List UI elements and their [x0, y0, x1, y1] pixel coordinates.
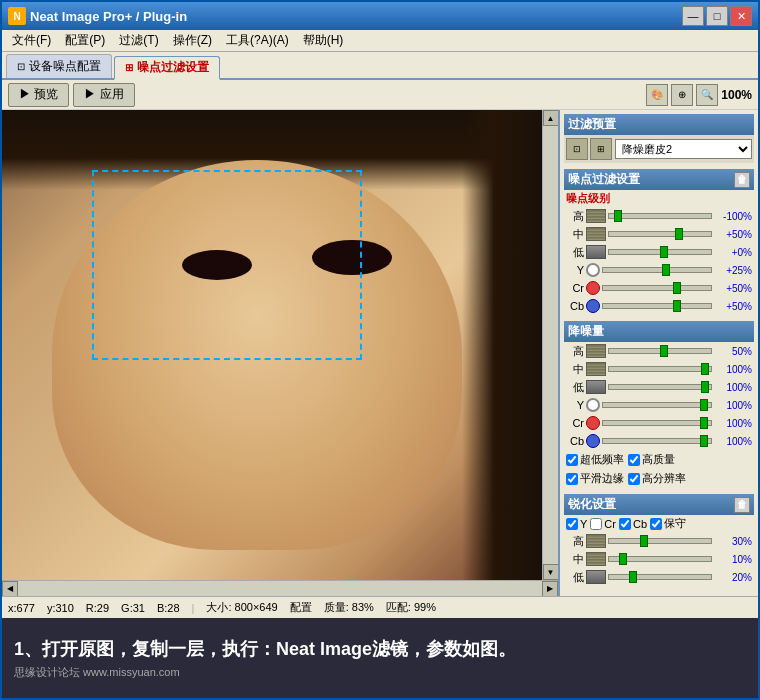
- sharpen-cb-conservative-input[interactable]: [650, 518, 662, 530]
- tab-bar: ⊡ 设备噪点配置 ⊞ 噪点过滤设置: [2, 52, 758, 80]
- nr-slider-cb-track[interactable]: [602, 438, 712, 444]
- slider-high-track[interactable]: [608, 213, 712, 219]
- nr-noise-icon-mid: [586, 362, 606, 376]
- slider-cr-track[interactable]: [602, 285, 712, 291]
- minimize-button[interactable]: —: [682, 6, 704, 26]
- sharpen-cb-cr-label: Cr: [604, 518, 616, 530]
- maximize-button[interactable]: □: [706, 6, 728, 26]
- horizontal-scrollbar[interactable]: ◀ ▶: [2, 580, 558, 596]
- preview-button[interactable]: ▶ 预览: [8, 83, 69, 107]
- window-controls: — □ ✕: [682, 6, 752, 26]
- nr-slider-cb-thumb[interactable]: [700, 435, 708, 447]
- noise-filter-section: 噪点过滤设置 🗑 噪点级别 高 -100% 中: [564, 169, 754, 315]
- menu-config[interactable]: 配置(P): [59, 30, 111, 51]
- menu-filter[interactable]: 过滤(T): [113, 30, 164, 51]
- main-content: ▲ ▼ ◀ ▶ 过滤预置 ⊡: [2, 110, 758, 596]
- preset-icon-2[interactable]: ⊞: [590, 138, 612, 160]
- menu-bar: 文件(F) 配置(P) 过滤(T) 操作(Z) 工具(?A)(A) 帮助(H): [2, 30, 758, 52]
- status-r: R:29: [86, 602, 109, 614]
- delete-sharpen-button[interactable]: 🗑: [734, 497, 750, 513]
- menu-file[interactable]: 文件(F): [6, 30, 57, 51]
- slider-high-label: 高: [566, 209, 584, 224]
- tab-device-noise[interactable]: ⊡ 设备噪点配置: [6, 54, 112, 78]
- nr-slider-mid-track[interactable]: [608, 366, 712, 372]
- zoom-out-icon[interactable]: 🔍: [696, 84, 718, 106]
- sh-slider-low-thumb[interactable]: [629, 571, 637, 583]
- slider-high-thumb[interactable]: [614, 210, 622, 222]
- tab-noise-filter[interactable]: ⊞ 噪点过滤设置: [114, 56, 220, 80]
- slider-cb-thumb[interactable]: [673, 300, 681, 312]
- slider-high-value: -100%: [714, 211, 752, 222]
- title-bar: N Neat Image Pro+ / Plug-in — □ ✕: [2, 2, 758, 30]
- scroll-down-button[interactable]: ▼: [543, 564, 559, 580]
- image-row: ▲ ▼: [2, 110, 558, 580]
- nr-slider-cr-thumb[interactable]: [700, 417, 708, 429]
- instruction-area: 1、打开原图，复制一层，执行：Neat Image滤镜，参数如图。 思缘设计论坛…: [2, 618, 758, 698]
- preset-dropdown[interactable]: 降燥磨皮2: [615, 139, 752, 159]
- cb-ultra-freq-input[interactable]: [566, 454, 578, 466]
- face-skin: [52, 160, 462, 550]
- nr-slider-y-track[interactable]: [602, 402, 712, 408]
- nr-slider-row-cb: Cb 100%: [564, 432, 754, 450]
- sh-slider-mid-thumb[interactable]: [619, 553, 627, 565]
- apply-button[interactable]: ▶ 应用: [73, 83, 134, 107]
- sharpen-cb-row: Y Cr Cb 保守: [564, 515, 754, 532]
- zoom-color-icon[interactable]: 🎨: [646, 84, 668, 106]
- status-quality: 质量: 83%: [324, 600, 374, 615]
- preset-icon-1[interactable]: ⊡: [566, 138, 588, 160]
- nr-gray-icon-low: [586, 380, 606, 394]
- zoom-display-icon[interactable]: ⊕: [671, 84, 693, 106]
- cb-smooth-edge-input[interactable]: [566, 473, 578, 485]
- scroll-right-button[interactable]: ▶: [542, 581, 558, 597]
- sh-gray-icon-low: [586, 570, 606, 584]
- sharpen-cb-cb-input[interactable]: [619, 518, 631, 530]
- menu-help[interactable]: 帮助(H): [297, 30, 350, 51]
- nr-slider-y-value: 100%: [714, 400, 752, 411]
- instruction-text: 1、打开原图，复制一层，执行：Neat Image滤镜，参数如图。: [14, 637, 746, 661]
- scroll-up-button[interactable]: ▲: [543, 110, 559, 126]
- slider-y-label: Y: [566, 264, 584, 276]
- nr-slider-low-track[interactable]: [608, 384, 712, 390]
- close-button[interactable]: ✕: [730, 6, 752, 26]
- color-dot-cb: [586, 299, 600, 313]
- cb-high-quality-label: 高质量: [642, 452, 675, 467]
- nr-slider-low-thumb[interactable]: [701, 381, 709, 393]
- menu-tools[interactable]: 工具(?A)(A): [220, 30, 295, 51]
- nr-slider-high-track[interactable]: [608, 348, 712, 354]
- sh-slider-low-label: 低: [566, 570, 584, 585]
- slider-cr-thumb[interactable]: [673, 282, 681, 294]
- scroll-left-button[interactable]: ◀: [2, 581, 18, 597]
- slider-y-track[interactable]: [602, 267, 712, 273]
- sh-slider-low-track[interactable]: [608, 574, 712, 580]
- nr-slider-high-label: 高: [566, 344, 584, 359]
- nr-checkbox-row-1: 超低频率 高质量: [564, 450, 754, 469]
- slider-cb-track[interactable]: [602, 303, 712, 309]
- status-g: G:31: [121, 602, 145, 614]
- slider-low-track[interactable]: [608, 249, 712, 255]
- cb-high-quality-input[interactable]: [628, 454, 640, 466]
- slider-mid-thumb[interactable]: [675, 228, 683, 240]
- nr-checkbox-row-2: 平滑边缘 高分辨率: [564, 469, 754, 488]
- delete-noise-filter-button[interactable]: 🗑: [734, 172, 750, 188]
- nr-slider-mid-thumb[interactable]: [701, 363, 709, 375]
- slider-mid-track[interactable]: [608, 231, 712, 237]
- cb-high-res-input[interactable]: [628, 473, 640, 485]
- sharpen-cb-y-input[interactable]: [566, 518, 578, 530]
- slider-y-thumb[interactable]: [662, 264, 670, 276]
- cb-smooth-edge: 平滑边缘: [566, 471, 624, 486]
- nr-slider-y-thumb[interactable]: [700, 399, 708, 411]
- sh-slider-high-thumb[interactable]: [640, 535, 648, 547]
- sharpen-cb-cr-input[interactable]: [590, 518, 602, 530]
- sharpen-cb-cr: Cr: [590, 518, 616, 530]
- nr-color-dot-cb: [586, 434, 600, 448]
- sh-slider-high-track[interactable]: [608, 538, 712, 544]
- image-area[interactable]: [2, 110, 542, 580]
- sharpen-title: 锐化设置: [568, 496, 616, 513]
- nr-slider-high-thumb[interactable]: [660, 345, 668, 357]
- nr-slider-cr-track[interactable]: [602, 420, 712, 426]
- slider-low-thumb[interactable]: [660, 246, 668, 258]
- vertical-scrollbar[interactable]: ▲ ▼: [542, 110, 558, 580]
- menu-operation[interactable]: 操作(Z): [167, 30, 218, 51]
- noise-filter-header: 噪点过滤设置 🗑: [564, 169, 754, 190]
- sh-slider-mid-track[interactable]: [608, 556, 712, 562]
